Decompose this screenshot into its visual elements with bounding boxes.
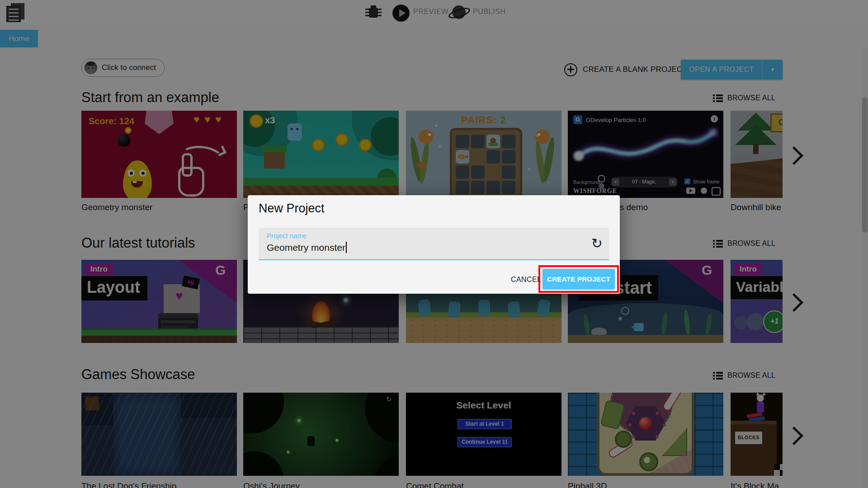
project-name-label: Project name <box>267 232 307 239</box>
project-name-value: Geometry monster <box>267 242 345 253</box>
gdevelop-window: PREVIEW PUBLISH Home Click to connect CR… <box>0 0 868 488</box>
create-project-button[interactable]: CREATE PROJECT <box>542 269 615 289</box>
text-cursor <box>346 242 347 253</box>
dialog-title: New Project <box>259 202 325 216</box>
cancel-button[interactable]: CANCEL <box>508 269 544 289</box>
refresh-icon[interactable]: ↻ <box>591 237 603 250</box>
project-name-input[interactable]: Project name Geometry monster ↻ <box>259 228 609 260</box>
